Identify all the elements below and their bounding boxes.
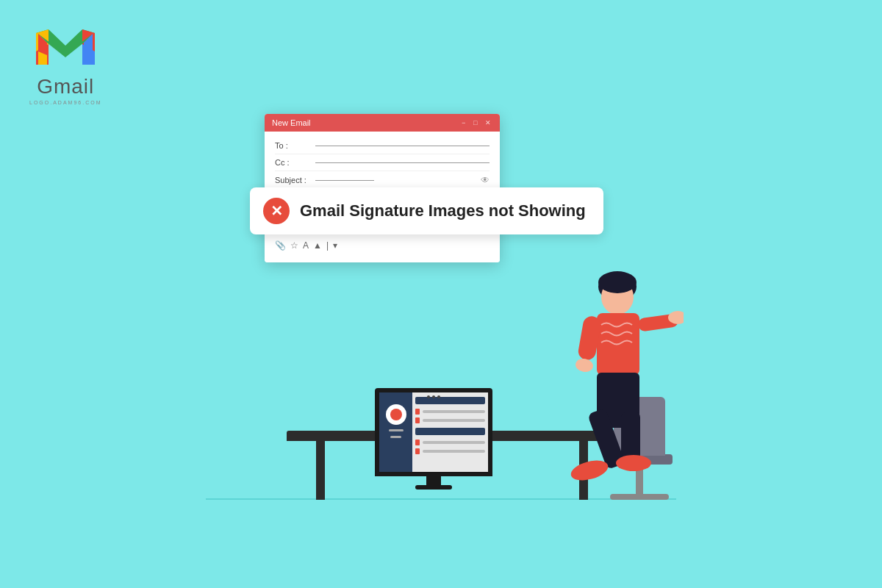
to-line — [315, 146, 490, 146]
eye-icon: 👁 — [481, 175, 490, 185]
svg-point-6 — [575, 357, 595, 373]
monitor — [375, 388, 492, 490]
cc-line — [315, 162, 490, 163]
monitor-row-2 — [415, 417, 485, 423]
svg-point-12 — [569, 457, 610, 484]
monitor-red-2 — [415, 417, 420, 423]
monitor-dot-1 — [427, 395, 430, 398]
email-to-field[interactable]: To : — [275, 137, 490, 154]
subject-line — [315, 180, 374, 181]
divider: | — [326, 240, 329, 251]
monitor-red-1 — [415, 409, 420, 415]
cc-label: Cc : — [275, 158, 312, 167]
text-color-icon[interactable]: A — [303, 240, 309, 251]
monitor-dot-3 — [437, 395, 440, 398]
monitor-right-panel — [412, 392, 488, 472]
gmail-logo: Gmail LOGO.ADAM96.COM — [29, 22, 101, 105]
desk-leg-left — [316, 441, 325, 500]
monitor-red-4 — [415, 448, 420, 454]
monitor-dot-2 — [432, 395, 435, 398]
svg-point-13 — [616, 455, 651, 471]
monitor-row-4 — [415, 448, 485, 454]
monitor-footer-bar — [415, 428, 485, 435]
monitor-avatar-line1 — [389, 429, 404, 431]
error-text: Gmail Signature Images not Showing — [300, 201, 586, 220]
monitor-notch — [427, 395, 440, 398]
avatar-circle — [390, 409, 402, 420]
format-icon[interactable]: ▲ — [313, 240, 322, 251]
email-cc-field[interactable]: Cc : — [275, 154, 490, 171]
monitor-screen-content — [379, 392, 488, 472]
monitor-base — [415, 485, 452, 490]
monitor-left-panel — [379, 392, 412, 472]
more-icon[interactable]: ▾ — [333, 240, 337, 251]
star-icon[interactable]: ☆ — [290, 240, 298, 251]
email-window-controls: − □ ✕ — [462, 119, 492, 126]
email-titlebar: New Email − □ ✕ — [265, 114, 500, 132]
monitor-header-bar — [415, 397, 485, 404]
close-button[interactable]: ✕ — [485, 119, 492, 126]
subject-label: Subject : — [275, 176, 312, 184]
person-figure — [537, 266, 684, 501]
monitor-screen — [375, 388, 492, 476]
maximize-button[interactable]: □ — [473, 119, 481, 126]
monitor-gray-3 — [423, 441, 485, 444]
monitor-stand — [426, 476, 441, 485]
gmail-m-svg — [32, 22, 98, 74]
monitor-red-3 — [415, 440, 420, 445]
monitor-row-3 — [415, 440, 485, 445]
monitor-row-1 — [415, 409, 485, 415]
monitor-avatar — [386, 404, 406, 425]
email-toolbar: 📎 ☆ A ▲ | ▾ — [275, 234, 490, 257]
to-label: To : — [275, 141, 312, 150]
monitor-gray-2 — [423, 419, 485, 422]
minimize-button[interactable]: − — [462, 119, 469, 126]
error-banner: ✕ Gmail Signature Images not Showing — [250, 187, 603, 234]
gmail-logo-subtitle: LOGO.ADAM96.COM — [29, 100, 101, 105]
monitor-avatar-line2 — [390, 436, 401, 438]
gmail-logo-text: Gmail — [37, 75, 94, 98]
monitor-gray-4 — [423, 450, 485, 453]
monitor-gray-1 — [423, 410, 485, 413]
svg-point-3 — [598, 271, 637, 293]
attach-icon[interactable]: 📎 — [275, 240, 286, 251]
email-window-title: New Email — [272, 118, 311, 127]
error-icon: ✕ — [263, 198, 290, 224]
